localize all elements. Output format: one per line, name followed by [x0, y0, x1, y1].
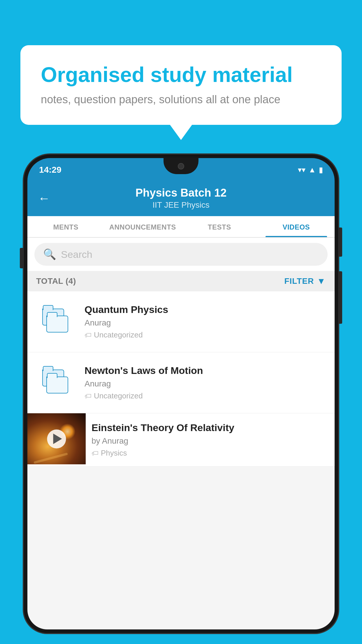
video-title: Einstein's Theory Of Relativity: [92, 422, 329, 433]
phone-mockup: 14:29 ▾▾ ▲ ▮ ← Physics Batch 12 IIT JEE …: [24, 155, 338, 644]
phone-screen: ← Physics Batch 12 IIT JEE Physics MENTS…: [27, 181, 335, 629]
total-count: TOTAL (4): [36, 276, 76, 286]
folder-thumbnail: [34, 361, 78, 404]
video-info: Einstein's Theory Of Relativity by Anura…: [86, 413, 335, 466]
folder-icon: [40, 367, 72, 399]
status-bar: 14:29 ▾▾ ▲ ▮: [27, 158, 335, 181]
tag-label: Uncategorized: [94, 391, 143, 400]
search-placeholder: Search: [61, 249, 92, 260]
folder-icon: [40, 306, 72, 338]
tab-tests[interactable]: TESTS: [181, 216, 258, 237]
clock: 14:29: [39, 165, 61, 175]
video-author: Anurag: [85, 379, 328, 388]
tab-announcements[interactable]: ANNOUNCEMENTS: [104, 216, 181, 237]
folder-thumbnail: [34, 300, 78, 343]
search-box[interactable]: 🔍 Search: [34, 243, 328, 266]
video-list: Quantum Physics Anurag 🏷 Uncategorized: [27, 291, 335, 467]
tab-ments[interactable]: MENTS: [27, 216, 104, 237]
filter-button[interactable]: FILTER ▼: [284, 276, 326, 286]
tabs-bar: MENTS ANNOUNCEMENTS TESTS VIDEOS: [27, 216, 335, 238]
tab-videos[interactable]: VIDEOS: [258, 216, 335, 237]
battery-icon: ▮: [319, 165, 323, 174]
filter-label: FILTER: [284, 276, 314, 286]
tag-icon: 🏷: [85, 331, 92, 339]
play-icon: [53, 434, 62, 444]
list-item[interactable]: Quantum Physics Anurag 🏷 Uncategorized: [27, 291, 335, 352]
tag-label: Physics: [101, 449, 127, 458]
search-container: 🔍 Search: [27, 238, 335, 271]
batch-title: Physics Batch 12: [136, 187, 227, 199]
notch: [164, 158, 198, 174]
phone-outer: 14:29 ▾▾ ▲ ▮ ← Physics Batch 12 IIT JEE …: [24, 155, 338, 633]
power-button: [338, 228, 342, 257]
folder-front: [46, 377, 68, 393]
bubble-title: Organised study material: [41, 63, 321, 87]
play-button[interactable]: [47, 429, 66, 448]
video-author: Anurag: [85, 318, 328, 328]
search-icon: 🔍: [43, 248, 56, 260]
header-title: Physics Batch 12 IIT JEE Physics: [136, 187, 227, 210]
volume-button: [20, 248, 24, 268]
filter-bar: TOTAL (4) FILTER ▼: [27, 271, 335, 291]
signal-icon: ▲: [308, 165, 316, 174]
filter-icon: ▼: [317, 276, 326, 286]
video-info: Quantum Physics Anurag 🏷 Uncategorized: [85, 304, 328, 340]
app-header: ← Physics Batch 12 IIT JEE Physics: [27, 181, 335, 216]
video-title: Newton's Laws of Motion: [85, 365, 328, 376]
video-author: by Anurag: [92, 436, 329, 446]
batch-subtitle: IIT JEE Physics: [136, 200, 227, 210]
video-title: Quantum Physics: [85, 304, 328, 315]
volume-buttons: [338, 271, 342, 324]
status-icons: ▾▾ ▲ ▮: [298, 165, 323, 174]
speech-bubble: Organised study material notes, question…: [20, 45, 342, 125]
video-tag: 🏷 Uncategorized: [85, 330, 328, 340]
tag-icon: 🏷: [92, 449, 99, 457]
video-info: Newton's Laws of Motion Anurag 🏷 Uncateg…: [85, 365, 328, 400]
speech-bubble-container: Organised study material notes, question…: [20, 45, 342, 125]
wifi-icon: ▾▾: [298, 165, 305, 174]
tag-icon: 🏷: [85, 392, 92, 400]
video-tag: 🏷 Physics: [92, 449, 329, 458]
camera: [178, 163, 184, 169]
list-item[interactable]: Einstein's Theory Of Relativity by Anura…: [27, 413, 335, 467]
tag-label: Uncategorized: [94, 330, 143, 340]
folder-front: [46, 316, 68, 332]
video-thumbnail: [27, 413, 86, 464]
video-tag: 🏷 Uncategorized: [85, 391, 328, 400]
back-button[interactable]: ←: [38, 191, 50, 205]
bubble-subtitle: notes, question papers, solutions all at…: [41, 93, 321, 106]
list-item[interactable]: Newton's Laws of Motion Anurag 🏷 Uncateg…: [27, 352, 335, 413]
